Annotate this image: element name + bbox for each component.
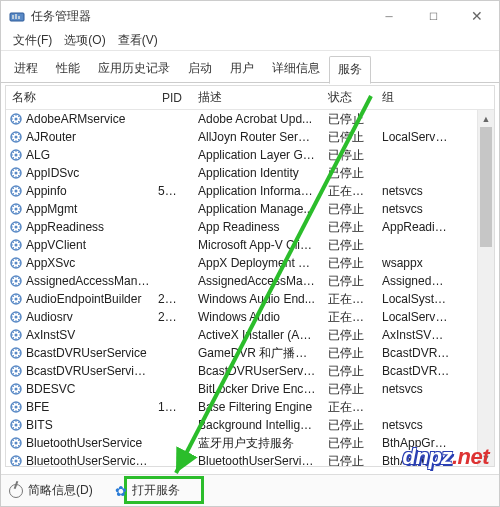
tab-1[interactable]: 性能 <box>47 55 89 83</box>
bottom-bar: 简略信息(D) ✿ 打开服务 <box>1 474 499 506</box>
cell-name: ALG <box>26 148 152 162</box>
cell-pid: 2304 <box>152 310 192 324</box>
cell-desc: Application Layer Ga... <box>192 148 322 162</box>
svg-rect-2 <box>15 14 17 19</box>
fewer-details-button[interactable]: 简略信息(D) <box>9 482 93 499</box>
cell-desc: Windows Audio End... <box>192 292 322 306</box>
cell-pid: 2100 <box>152 292 192 306</box>
svg-point-7 <box>15 136 18 139</box>
table-row[interactable]: AppMgmtApplication Manage...已停止netsvcs <box>6 200 494 218</box>
table-body: AdobeARMserviceAdobe Acrobat Upd...已停止AJ… <box>6 110 494 466</box>
service-icon <box>10 257 22 269</box>
minimize-button[interactable]: ─ <box>367 1 411 31</box>
cell-group: netsvcs <box>376 382 456 396</box>
cell-status: 已停止 <box>322 201 376 218</box>
maximize-button[interactable]: ☐ <box>411 1 455 31</box>
watermark: dnpz.net <box>403 444 489 470</box>
table-row[interactable]: AppIDSvcApplication Identity已停止 <box>6 164 494 182</box>
table-row[interactable]: BFE1444Base Filtering Engine正在运行 <box>6 398 494 416</box>
cell-name: AppVClient <box>26 238 152 252</box>
menu-view[interactable]: 查看(V) <box>112 30 164 51</box>
menu-file[interactable]: 文件(F) <box>7 30 58 51</box>
cell-status: 已停止 <box>322 273 376 290</box>
close-button[interactable]: ✕ <box>455 1 499 31</box>
service-icon <box>10 365 22 377</box>
cell-desc: Windows Audio <box>192 310 322 324</box>
cell-group: netsvcs <box>376 202 456 216</box>
tab-3[interactable]: 启动 <box>179 55 221 83</box>
svg-point-35 <box>15 388 18 391</box>
service-icon <box>10 383 22 395</box>
cell-desc: Application Manage... <box>192 202 322 216</box>
table-row[interactable]: AppXSvcAppX Deployment S...已停止wsappx <box>6 254 494 272</box>
svg-point-11 <box>15 172 18 175</box>
svg-point-31 <box>15 352 18 355</box>
service-icon <box>10 167 22 179</box>
cell-status: 已停止 <box>322 327 376 344</box>
cell-status: 正在运行 <box>322 183 376 200</box>
cell-pid: 1444 <box>152 400 192 414</box>
column-pid[interactable]: PID <box>152 91 192 105</box>
vertical-scrollbar[interactable]: ▲ ▼ <box>477 110 494 466</box>
svg-point-29 <box>15 334 18 337</box>
cell-pid: 5548 <box>152 184 192 198</box>
svg-point-17 <box>15 226 18 229</box>
tab-strip: 进程性能应用历史记录启动用户详细信息服务 <box>1 51 499 83</box>
table-row[interactable]: AdobeARMserviceAdobe Acrobat Upd...已停止 <box>6 110 494 128</box>
scroll-up-button[interactable]: ▲ <box>478 110 494 127</box>
service-icon <box>10 329 22 341</box>
column-status[interactable]: 状态 <box>322 89 376 106</box>
services-table: 名称 PID 描述 状态 组 AdobeARMserviceAdobe Acro… <box>5 85 495 467</box>
table-row[interactable]: BITSBackground Intellige...已停止netsvcs <box>6 416 494 434</box>
table-row[interactable]: ALGApplication Layer Ga...已停止 <box>6 146 494 164</box>
cell-desc: ActiveX Installer (AxI... <box>192 328 322 342</box>
cell-desc: 蓝牙用户支持服务 <box>192 435 322 452</box>
service-icon <box>10 185 22 197</box>
column-name[interactable]: 名称 <box>6 89 152 106</box>
tab-4[interactable]: 用户 <box>221 55 263 83</box>
cell-status: 已停止 <box>322 111 376 128</box>
table-row[interactable]: Appinfo5548Application Informati...正在运行n… <box>6 182 494 200</box>
open-services-button[interactable]: ✿ 打开服务 <box>107 478 188 503</box>
menu-options[interactable]: 选项(O) <box>58 30 111 51</box>
cell-name: BcastDVRUserService_3a... <box>26 364 152 378</box>
tab-0[interactable]: 进程 <box>5 55 47 83</box>
svg-point-23 <box>15 280 18 283</box>
cell-name: BFE <box>26 400 152 414</box>
column-description[interactable]: 描述 <box>192 89 322 106</box>
table-row[interactable]: AJRouterAllJoyn Router Service已停止LocalSe… <box>6 128 494 146</box>
service-icon <box>10 239 22 251</box>
table-row[interactable]: AppReadinessApp Readiness已停止AppReadiness <box>6 218 494 236</box>
cell-group: LocalService... <box>376 310 456 324</box>
cell-status: 已停止 <box>322 381 376 398</box>
cell-group: BcastDVRUs... <box>376 346 456 360</box>
cell-status: 已停止 <box>322 255 376 272</box>
cell-name: BluetoothUserService <box>26 436 152 450</box>
table-row[interactable]: AxInstSVActiveX Installer (AxI...已停止AxIn… <box>6 326 494 344</box>
tab-5[interactable]: 详细信息 <box>263 55 329 83</box>
cell-group: AxInstSVGro... <box>376 328 456 342</box>
service-icon <box>10 275 22 287</box>
svg-point-39 <box>15 424 18 427</box>
cell-status: 已停止 <box>322 237 376 254</box>
cell-name: AdobeARMservice <box>26 112 152 126</box>
service-icon <box>10 437 22 449</box>
table-row[interactable]: BcastDVRUserService_3a...BcastDVRUserSer… <box>6 362 494 380</box>
table-row[interactable]: Audiosrv2304Windows Audio正在运行LocalServic… <box>6 308 494 326</box>
cell-name: BcastDVRUserService <box>26 346 152 360</box>
cell-group: BcastDVRUs... <box>376 364 456 378</box>
table-row[interactable]: AssignedAccessManager...AssignedAccessMa… <box>6 272 494 290</box>
cell-name: AppReadiness <box>26 220 152 234</box>
table-row[interactable]: BDESVCBitLocker Drive Encry...已停止netsvcs <box>6 380 494 398</box>
table-row[interactable]: BcastDVRUserServiceGameDVR 和广播用户服...已停止B… <box>6 344 494 362</box>
service-icon <box>10 203 22 215</box>
tab-6[interactable]: 服务 <box>329 56 371 84</box>
column-group[interactable]: 组 <box>376 89 456 106</box>
scroll-thumb[interactable] <box>480 127 492 247</box>
cell-desc: Application Identity <box>192 166 322 180</box>
table-row[interactable]: AppVClientMicrosoft App-V Clie...已停止 <box>6 236 494 254</box>
table-header: 名称 PID 描述 状态 组 <box>6 86 494 110</box>
svg-point-15 <box>15 208 18 211</box>
tab-2[interactable]: 应用历史记录 <box>89 55 179 83</box>
table-row[interactable]: AudioEndpointBuilder2100Windows Audio En… <box>6 290 494 308</box>
